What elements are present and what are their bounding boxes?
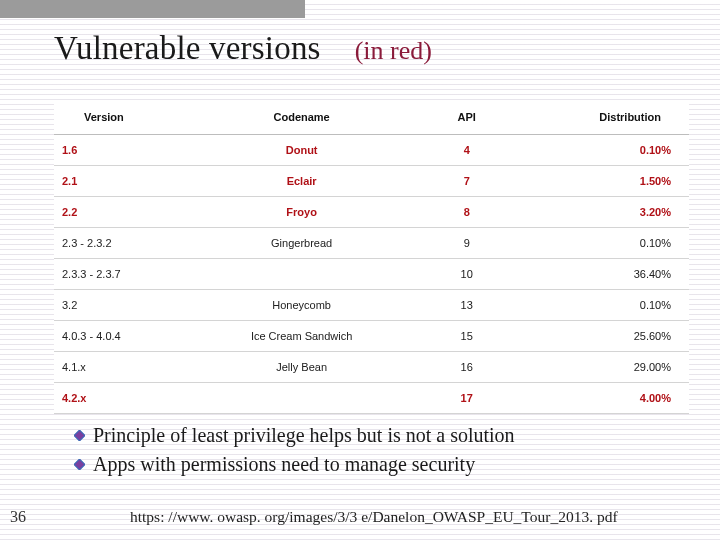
cell-codename: Donut	[194, 135, 410, 166]
bullet-list: Principle of least privilege helps but i…	[74, 422, 690, 480]
cell-distribution: 0.10%	[524, 228, 689, 259]
bullet-item: Principle of least privilege helps but i…	[74, 422, 690, 449]
cell-codename: Gingerbread	[194, 228, 410, 259]
cell-distribution: 25.60%	[524, 321, 689, 352]
versions-table: Version Codename API Distribution 1.6Don…	[54, 102, 689, 414]
table-row: 2.3.3 - 2.3.71036.40%	[54, 259, 689, 290]
cell-api: 15	[410, 321, 524, 352]
cell-version: 3.2	[54, 290, 194, 321]
cell-api: 17	[410, 383, 524, 414]
cell-api: 8	[410, 197, 524, 228]
slide: Vulnerable versions (in red) Version Cod…	[0, 0, 720, 540]
col-codename: Codename	[194, 102, 410, 135]
title-main: Vulnerable versions	[54, 30, 321, 67]
masthead-bar	[0, 0, 305, 18]
cell-version: 4.1.x	[54, 352, 194, 383]
cell-codename	[194, 383, 410, 414]
source-url: https: //www. owasp. org/images/3/3 e/Da…	[130, 508, 618, 526]
cell-codename	[194, 259, 410, 290]
cell-distribution: 1.50%	[524, 166, 689, 197]
cell-distribution: 0.10%	[524, 135, 689, 166]
diamond-icon	[74, 459, 85, 470]
cell-version: 4.0.3 - 4.0.4	[54, 321, 194, 352]
cell-version: 1.6	[54, 135, 194, 166]
cell-api: 13	[410, 290, 524, 321]
svg-marker-1	[74, 459, 85, 470]
cell-distribution: 3.20%	[524, 197, 689, 228]
table-header-row: Version Codename API Distribution	[54, 102, 689, 135]
cell-version: 2.1	[54, 166, 194, 197]
bullet-text: Principle of least privilege helps but i…	[93, 422, 515, 449]
table-row: 2.1Eclair71.50%	[54, 166, 689, 197]
title-note: (in red)	[355, 36, 432, 66]
table-row: 4.2.x174.00%	[54, 383, 689, 414]
bullet-item: Apps with permissions need to manage sec…	[74, 451, 690, 478]
table-row: 4.1.xJelly Bean1629.00%	[54, 352, 689, 383]
svg-marker-0	[74, 430, 85, 441]
table-row: 3.2Honeycomb130.10%	[54, 290, 689, 321]
cell-version: 2.3 - 2.3.2	[54, 228, 194, 259]
cell-distribution: 36.40%	[524, 259, 689, 290]
cell-codename: Eclair	[194, 166, 410, 197]
cell-codename: Froyo	[194, 197, 410, 228]
table-row: 1.6Donut40.10%	[54, 135, 689, 166]
slide-title: Vulnerable versions (in red)	[54, 30, 700, 67]
table-row: 4.0.3 - 4.0.4Ice Cream Sandwich1525.60%	[54, 321, 689, 352]
bullet-text: Apps with permissions need to manage sec…	[93, 451, 475, 478]
cell-distribution: 29.00%	[524, 352, 689, 383]
page-number: 36	[10, 508, 26, 526]
cell-api: 7	[410, 166, 524, 197]
col-distribution: Distribution	[524, 102, 689, 135]
col-version: Version	[54, 102, 194, 135]
table-row: 2.3 - 2.3.2Gingerbread90.10%	[54, 228, 689, 259]
cell-api: 16	[410, 352, 524, 383]
col-api: API	[410, 102, 524, 135]
cell-version: 2.2	[54, 197, 194, 228]
cell-codename: Jelly Bean	[194, 352, 410, 383]
cell-codename: Honeycomb	[194, 290, 410, 321]
cell-codename: Ice Cream Sandwich	[194, 321, 410, 352]
cell-version: 4.2.x	[54, 383, 194, 414]
cell-distribution: 4.00%	[524, 383, 689, 414]
cell-distribution: 0.10%	[524, 290, 689, 321]
diamond-icon	[74, 430, 85, 441]
cell-api: 10	[410, 259, 524, 290]
cell-api: 9	[410, 228, 524, 259]
table-row: 2.2Froyo83.20%	[54, 197, 689, 228]
cell-version: 2.3.3 - 2.3.7	[54, 259, 194, 290]
cell-api: 4	[410, 135, 524, 166]
